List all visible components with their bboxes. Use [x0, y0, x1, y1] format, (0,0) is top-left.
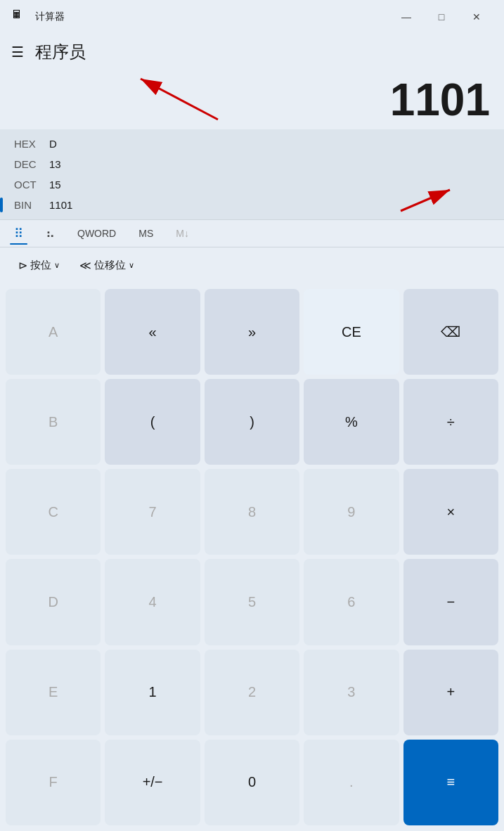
calc-btn--[interactable]: ): [205, 379, 299, 465]
calc-btn----[interactable]: +/−: [105, 740, 200, 825]
calc-btn--[interactable]: ÷: [403, 379, 498, 465]
bitwise-btn[interactable]: ⊳ 按位 ∨: [11, 255, 67, 276]
memory-item[interactable]: M↓: [167, 224, 198, 243]
base-row-hex[interactable]: HEX D: [0, 134, 504, 154]
calc-btn--[interactable]: ⌫: [403, 289, 498, 375]
ops-icon: ⠦: [46, 227, 55, 240]
mode-title: 程序员: [35, 41, 86, 63]
bitwise-label: 按位: [30, 259, 51, 272]
app-content: ☰ 程序员 1101 HEX D DEC 13 OCT 15 BIN 1101 …: [0, 34, 504, 831]
ms-item[interactable]: MS: [130, 224, 162, 243]
base-row-bin[interactable]: BIN 1101: [0, 195, 504, 215]
base-label: DEC: [14, 158, 49, 170]
calc-grid: A«»CE⌫B()%÷C789×D456−E123+F+/−0.≡: [0, 283, 504, 831]
base-label: OCT: [14, 179, 49, 191]
display-value: 1101: [390, 77, 490, 122]
display-area: 1101: [0, 70, 504, 129]
calc-btn--[interactable]: (: [105, 379, 200, 465]
base-row-oct[interactable]: OCT 15: [0, 174, 504, 195]
base-label: HEX: [14, 138, 49, 150]
base-row-dec[interactable]: DEC 13: [0, 154, 504, 174]
calc-btn--[interactable]: ×: [403, 469, 498, 555]
base-label: BIN: [14, 199, 49, 211]
numpad-icon: ⠿: [14, 227, 23, 240]
calc-btn-B: B: [6, 379, 101, 465]
calc-btn--[interactable]: +: [403, 650, 498, 735]
tab-numpad[interactable]: ⠿: [6, 223, 32, 244]
calc-btn--[interactable]: «: [105, 289, 200, 375]
base-value: D: [49, 138, 57, 150]
calc-btn--: .: [304, 740, 399, 825]
calc-btn--[interactable]: ≡: [403, 740, 498, 825]
shift-label: 位移位: [94, 259, 126, 272]
calc-btn-CE[interactable]: CE: [304, 289, 399, 375]
calc-btn-A: A: [6, 289, 101, 375]
toolbar-row: ⠿ ⠦ QWORD MS M↓: [0, 219, 504, 247]
calc-btn-6: 6: [304, 559, 399, 645]
calc-btn--[interactable]: −: [403, 559, 498, 645]
base-value: 15: [49, 179, 61, 191]
calc-btn-9: 9: [304, 469, 399, 555]
calc-btn-D: D: [6, 559, 101, 645]
calc-btn-3: 3: [304, 650, 399, 735]
title-bar: 🖩 计算器 — □ ✕: [0, 0, 504, 34]
minimize-button[interactable]: —: [390, 6, 422, 28]
app-header: ☰ 程序员: [0, 34, 504, 70]
qword-item[interactable]: QWORD: [69, 224, 124, 243]
window-controls: — □ ✕: [390, 6, 493, 28]
calc-btn-C: C: [6, 469, 101, 555]
close-button[interactable]: ✕: [460, 6, 493, 28]
calc-btn--[interactable]: %: [304, 379, 399, 465]
app-title: 计算器: [35, 11, 65, 23]
maximize-button[interactable]: □: [425, 6, 458, 28]
tab-ops[interactable]: ⠦: [37, 223, 63, 244]
base-value: 13: [49, 158, 61, 170]
calc-btn-7: 7: [105, 469, 200, 555]
calc-btn-0[interactable]: 0: [205, 740, 299, 825]
title-bar-left: 🖩 计算器: [11, 8, 65, 25]
calc-btn-4: 4: [105, 559, 200, 645]
base-value: 1101: [49, 199, 72, 211]
ops-row: ⊳ 按位 ∨ ≪ 位移位 ∨: [0, 247, 504, 283]
calc-btn-F: F: [6, 740, 101, 825]
menu-icon[interactable]: ☰: [11, 44, 24, 60]
calc-btn-2: 2: [205, 650, 299, 735]
calc-btn-1[interactable]: 1: [105, 650, 200, 735]
bitwise-chevron: ∨: [54, 261, 60, 270]
shift-icon: ≪: [79, 259, 91, 272]
base-display: HEX D DEC 13 OCT 15 BIN 1101: [0, 129, 504, 219]
calc-btn-8: 8: [205, 469, 299, 555]
bitwise-icon: ⊳: [18, 259, 27, 272]
app-icon: 🖩: [11, 8, 28, 25]
calc-btn--[interactable]: »: [205, 289, 299, 375]
shift-btn[interactable]: ≪ 位移位 ∨: [72, 255, 141, 276]
calc-btn-5: 5: [205, 559, 299, 645]
shift-chevron: ∨: [129, 261, 134, 270]
calc-btn-E: E: [6, 650, 101, 735]
